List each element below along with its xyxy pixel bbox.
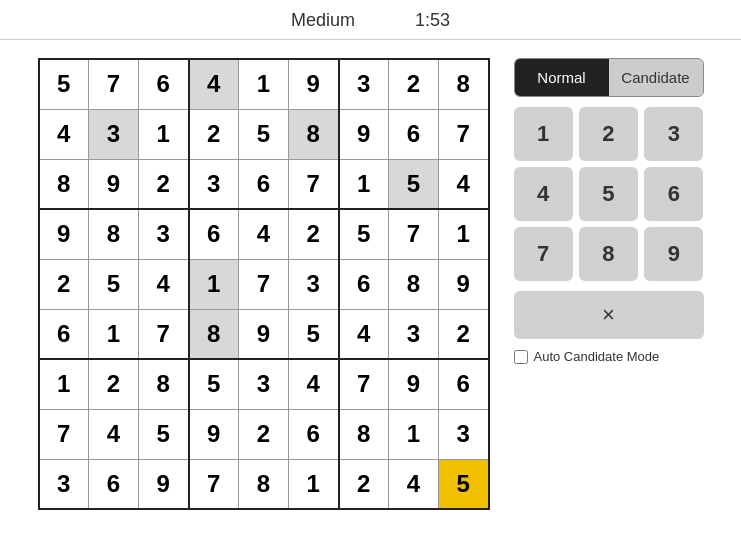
sudoku-cell[interactable]: 7 bbox=[389, 209, 439, 259]
sudoku-cell[interactable]: 9 bbox=[189, 409, 239, 459]
auto-candidate-checkbox[interactable] bbox=[514, 350, 528, 364]
sudoku-cell[interactable]: 7 bbox=[189, 459, 239, 509]
numpad-button-3[interactable]: 3 bbox=[644, 107, 703, 161]
sudoku-cell[interactable]: 9 bbox=[339, 109, 389, 159]
sudoku-cell[interactable]: 6 bbox=[39, 309, 89, 359]
sudoku-cell[interactable]: 1 bbox=[339, 159, 389, 209]
sudoku-cell[interactable]: 1 bbox=[439, 209, 489, 259]
sudoku-cell[interactable]: 1 bbox=[239, 59, 289, 109]
sudoku-cell[interactable]: 5 bbox=[39, 59, 89, 109]
main-area: 5764193284312589678923671549836425712541… bbox=[18, 40, 724, 520]
sudoku-cell[interactable]: 5 bbox=[339, 209, 389, 259]
sudoku-cell[interactable]: 3 bbox=[139, 209, 189, 259]
sudoku-cell[interactable]: 8 bbox=[339, 409, 389, 459]
sudoku-cell[interactable]: 4 bbox=[439, 159, 489, 209]
sudoku-cell[interactable]: 4 bbox=[389, 459, 439, 509]
sudoku-cell[interactable]: 6 bbox=[139, 59, 189, 109]
numpad-button-8[interactable]: 8 bbox=[579, 227, 638, 281]
sudoku-cell[interactable]: 8 bbox=[39, 159, 89, 209]
numpad-button-2[interactable]: 2 bbox=[579, 107, 638, 161]
sudoku-cell[interactable]: 3 bbox=[89, 109, 139, 159]
sudoku-cell[interactable]: 4 bbox=[39, 109, 89, 159]
sudoku-cell[interactable]: 2 bbox=[239, 409, 289, 459]
sudoku-cell[interactable]: 3 bbox=[189, 159, 239, 209]
sudoku-cell[interactable]: 5 bbox=[139, 409, 189, 459]
sudoku-cell[interactable]: 8 bbox=[389, 259, 439, 309]
sudoku-cell[interactable]: 7 bbox=[289, 159, 339, 209]
sudoku-cell[interactable]: 4 bbox=[339, 309, 389, 359]
sudoku-cell[interactable]: 1 bbox=[139, 109, 189, 159]
sudoku-cell[interactable]: 3 bbox=[389, 309, 439, 359]
sudoku-cell[interactable]: 7 bbox=[339, 359, 389, 409]
sudoku-cell[interactable]: 6 bbox=[289, 409, 339, 459]
sudoku-cell[interactable]: 5 bbox=[289, 309, 339, 359]
sudoku-cell[interactable]: 8 bbox=[189, 309, 239, 359]
sudoku-cell[interactable]: 4 bbox=[139, 259, 189, 309]
sudoku-cell[interactable]: 2 bbox=[439, 309, 489, 359]
numpad-button-5[interactable]: 5 bbox=[579, 167, 638, 221]
sudoku-cell[interactable]: 5 bbox=[439, 459, 489, 509]
sudoku-cell[interactable]: 3 bbox=[39, 459, 89, 509]
sudoku-cell[interactable]: 9 bbox=[139, 459, 189, 509]
sudoku-cell[interactable]: 7 bbox=[39, 409, 89, 459]
sudoku-cell[interactable]: 7 bbox=[139, 309, 189, 359]
numpad-button-4[interactable]: 4 bbox=[514, 167, 573, 221]
sudoku-cell[interactable]: 8 bbox=[289, 109, 339, 159]
sudoku-cell[interactable]: 2 bbox=[139, 159, 189, 209]
sudoku-cell[interactable]: 6 bbox=[189, 209, 239, 259]
sudoku-cell[interactable]: 6 bbox=[339, 259, 389, 309]
sudoku-grid-container: 5764193284312589678923671549836425712541… bbox=[38, 58, 490, 510]
sudoku-cell[interactable]: 8 bbox=[239, 459, 289, 509]
sudoku-cell[interactable]: 5 bbox=[239, 109, 289, 159]
normal-mode-button[interactable]: Normal bbox=[515, 59, 609, 96]
sudoku-cell[interactable]: 6 bbox=[389, 109, 439, 159]
sudoku-cell[interactable]: 4 bbox=[239, 209, 289, 259]
sudoku-cell[interactable]: 3 bbox=[339, 59, 389, 109]
sudoku-cell[interactable]: 1 bbox=[389, 409, 439, 459]
sudoku-cell[interactable]: 8 bbox=[139, 359, 189, 409]
sudoku-cell[interactable]: 5 bbox=[189, 359, 239, 409]
sudoku-cell[interactable]: 2 bbox=[89, 359, 139, 409]
sudoku-cell[interactable]: 3 bbox=[239, 359, 289, 409]
sudoku-cell[interactable]: 2 bbox=[289, 209, 339, 259]
sudoku-cell[interactable]: 4 bbox=[289, 359, 339, 409]
sudoku-cell[interactable]: 1 bbox=[289, 459, 339, 509]
numpad-button-7[interactable]: 7 bbox=[514, 227, 573, 281]
sudoku-cell[interactable]: 9 bbox=[89, 159, 139, 209]
sudoku-cell[interactable]: 7 bbox=[89, 59, 139, 109]
candidate-mode-button[interactable]: Candidate bbox=[609, 59, 703, 96]
sudoku-cell[interactable]: 6 bbox=[89, 459, 139, 509]
sudoku-cell[interactable]: 2 bbox=[339, 459, 389, 509]
sudoku-cell[interactable]: 6 bbox=[439, 359, 489, 409]
sudoku-cell[interactable]: 1 bbox=[39, 359, 89, 409]
sudoku-cell[interactable]: 5 bbox=[89, 259, 139, 309]
sudoku-cell[interactable]: 9 bbox=[239, 309, 289, 359]
sudoku-cell[interactable]: 7 bbox=[439, 109, 489, 159]
auto-candidate-label: Auto Candidate Mode bbox=[534, 349, 660, 364]
sudoku-cell[interactable]: 6 bbox=[239, 159, 289, 209]
sudoku-cell[interactable]: 8 bbox=[89, 209, 139, 259]
delete-button[interactable]: × bbox=[514, 291, 704, 339]
timer-label: 1:53 bbox=[415, 10, 450, 31]
sudoku-cell[interactable]: 9 bbox=[439, 259, 489, 309]
sudoku-cell[interactable]: 4 bbox=[189, 59, 239, 109]
sudoku-cell[interactable]: 3 bbox=[439, 409, 489, 459]
sudoku-cell[interactable]: 1 bbox=[189, 259, 239, 309]
sudoku-cell[interactable]: 3 bbox=[289, 259, 339, 309]
sudoku-cell[interactable]: 5 bbox=[389, 159, 439, 209]
sudoku-cell[interactable]: 2 bbox=[39, 259, 89, 309]
sudoku-cell[interactable]: 9 bbox=[289, 59, 339, 109]
sudoku-cell[interactable]: 2 bbox=[189, 109, 239, 159]
numpad-button-6[interactable]: 6 bbox=[644, 167, 703, 221]
sudoku-cell[interactable]: 8 bbox=[439, 59, 489, 109]
numpad-button-9[interactable]: 9 bbox=[644, 227, 703, 281]
difficulty-label: Medium bbox=[291, 10, 355, 31]
auto-candidate-row: Auto Candidate Mode bbox=[514, 349, 704, 364]
sudoku-cell[interactable]: 9 bbox=[389, 359, 439, 409]
sudoku-cell[interactable]: 4 bbox=[89, 409, 139, 459]
sudoku-cell[interactable]: 1 bbox=[89, 309, 139, 359]
sudoku-cell[interactable]: 7 bbox=[239, 259, 289, 309]
sudoku-cell[interactable]: 9 bbox=[39, 209, 89, 259]
sudoku-cell[interactable]: 2 bbox=[389, 59, 439, 109]
numpad-button-1[interactable]: 1 bbox=[514, 107, 573, 161]
